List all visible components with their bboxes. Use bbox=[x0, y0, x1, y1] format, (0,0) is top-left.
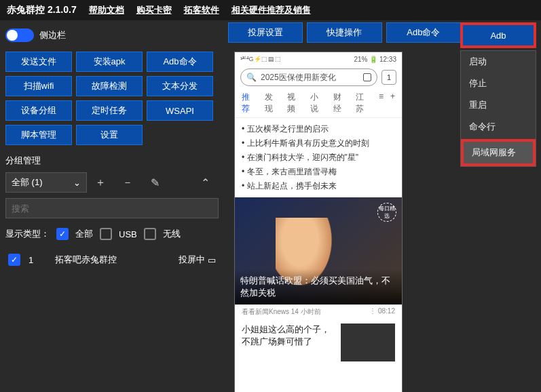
edit-group-button[interactable]: ✎ bbox=[141, 172, 168, 193]
dd-lan-service[interactable]: 局域网服务 bbox=[464, 142, 533, 163]
nav-discover[interactable]: 发现 bbox=[265, 92, 281, 115]
send-file-button[interactable]: 发送文件 bbox=[5, 52, 72, 72]
nav-jiangsu[interactable]: 江苏 bbox=[356, 92, 372, 115]
add-group-button[interactable]: ＋ bbox=[87, 172, 114, 193]
status-signal: ¹⁴⁶ ⁴G ⚡ ⬚ ▤ ⬚ bbox=[240, 56, 280, 62]
group-section-label: 分组管理 bbox=[5, 155, 219, 167]
settings-button[interactable]: 设置 bbox=[76, 125, 143, 145]
search-icon: 🔍 bbox=[246, 73, 257, 82]
nav-add-icon[interactable]: + bbox=[390, 92, 395, 115]
daily-stamp: 每日精选 bbox=[377, 203, 396, 222]
filter-usb-checkbox[interactable] bbox=[100, 228, 112, 240]
headline-item[interactable]: • 冬至，来古画里踏雪寻梅 bbox=[242, 165, 395, 179]
filter-wireless-label: 无线 bbox=[163, 228, 181, 240]
install-apk-button[interactable]: 安装apk bbox=[76, 52, 143, 72]
device-status: 投屏中 bbox=[179, 254, 205, 266]
dd-lan-highlight: 局域网服务 bbox=[461, 139, 536, 166]
second-news-thumb bbox=[341, 324, 395, 361]
tab-adb-cmd[interactable]: Adb命令 bbox=[386, 22, 461, 43]
tab-adb[interactable]: Adb bbox=[490, 31, 506, 41]
text-dispatch-button[interactable]: 文本分发 bbox=[147, 76, 213, 96]
schedule-button[interactable]: 定时任务 bbox=[76, 100, 143, 121]
device-name: 拓客吧赤兔群控 bbox=[55, 254, 117, 266]
status-time: 12:33 bbox=[379, 56, 396, 63]
phone-search[interactable]: 🔍 2025医保使用新变化 bbox=[240, 68, 377, 86]
tab-cast-settings[interactable]: 投屏设置 bbox=[228, 22, 303, 43]
hardware-link[interactable]: 相关硬件推荐及销售 bbox=[231, 4, 311, 16]
scan-wifi-button[interactable]: 扫描wifi bbox=[5, 76, 72, 96]
fault-detect-button[interactable]: 故障检测 bbox=[76, 76, 143, 96]
adb-dropdown: 启动 停止 重启 命令行 局域网服务 bbox=[460, 50, 536, 167]
wsapi-button[interactable]: WSAPI bbox=[147, 100, 213, 121]
nav-more-icon[interactable]: ≡ bbox=[379, 92, 384, 115]
status-battery: 21% bbox=[354, 56, 367, 63]
adb-tab-highlight: Adb bbox=[460, 22, 536, 48]
script-mgmt-button[interactable]: 脚本管理 bbox=[5, 125, 72, 145]
group-select[interactable]: 全部 (1) ⌄ bbox=[5, 172, 87, 193]
display-type-label: 显示类型： bbox=[5, 228, 50, 240]
search-input[interactable] bbox=[5, 198, 219, 218]
dd-restart[interactable]: 重启 bbox=[461, 94, 536, 116]
filter-wireless-checkbox[interactable] bbox=[144, 228, 156, 240]
news-meta-right: ⋮ 08:12 bbox=[369, 307, 395, 317]
chevron-down-icon: ⌄ bbox=[73, 178, 81, 188]
news-meta: 看看新闻Knews 14 小时前 bbox=[242, 307, 321, 317]
sidebar-toggle[interactable] bbox=[5, 28, 34, 42]
headline-item[interactable]: • 五次横琴之行里的启示 bbox=[242, 122, 395, 136]
headlines-list: • 五次横琴之行里的启示 • 上比利牛斯省具有历史意义的时刻 • 在澳门科技大学… bbox=[235, 118, 402, 197]
headline-item[interactable]: • 站上新起点，携手创未来 bbox=[242, 179, 395, 193]
filter-all-checkbox[interactable] bbox=[56, 228, 69, 240]
second-news-title: 小姐姐这么高的个子，不跳广场舞可惜了 bbox=[242, 324, 335, 361]
headline-item[interactable]: • 上比利牛斯省具有历史意义的时刻 bbox=[242, 136, 395, 151]
camera-icon[interactable] bbox=[363, 73, 371, 81]
remove-group-button[interactable]: － bbox=[114, 172, 141, 193]
app-title: 赤兔群控 2.1.0.7 bbox=[7, 4, 77, 16]
filter-usb-label: USB bbox=[119, 229, 137, 239]
dd-cmdline[interactable]: 命令行 bbox=[461, 116, 536, 138]
nav-recommend[interactable]: 推荐 bbox=[242, 92, 258, 115]
second-news[interactable]: 小姐姐这么高的个子，不跳广场舞可惜了 bbox=[235, 319, 402, 366]
dd-stop[interactable]: 停止 bbox=[461, 73, 536, 94]
phone-screen[interactable]: ¹⁴⁶ ⁴G ⚡ ⬚ ▤ ⬚ 21% 🔋 12:33 🔍 2025医保使用新变化… bbox=[234, 52, 403, 392]
news-caption: 特朗普喊话欧盟：必须买美国油气，不然加关税 bbox=[235, 269, 402, 305]
tool-link[interactable]: 拓客软件 bbox=[184, 4, 219, 16]
news-image[interactable]: 每日精选 特朗普喊话欧盟：必须买美国油气，不然加关税 bbox=[235, 197, 402, 305]
buy-link[interactable]: 购买卡密 bbox=[136, 4, 172, 16]
dd-start[interactable]: 启动 bbox=[461, 51, 536, 73]
nav-video[interactable]: 视频 bbox=[287, 92, 303, 115]
filter-all-label: 全部 bbox=[75, 228, 93, 240]
phone-badge[interactable]: 1 bbox=[381, 70, 396, 85]
headline-item[interactable]: • 在澳门科技大学，迎闪亮的"星" bbox=[242, 151, 395, 165]
device-row[interactable]: 1 拓客吧赤兔群控 投屏中 ▭ bbox=[5, 250, 219, 270]
sidebar-toggle-label: 侧边栏 bbox=[39, 29, 66, 41]
nav-finance[interactable]: 财经 bbox=[333, 92, 350, 115]
cast-icon: ▭ bbox=[208, 255, 216, 265]
help-doc-link[interactable]: 帮助文档 bbox=[89, 4, 124, 16]
nav-novel[interactable]: 小说 bbox=[310, 92, 327, 115]
tab-quick-ops[interactable]: 快捷操作 bbox=[307, 22, 381, 43]
device-checkbox[interactable] bbox=[8, 254, 20, 266]
device-index: 1 bbox=[29, 255, 33, 265]
collapse-button[interactable]: ⌃ bbox=[191, 172, 219, 193]
phone-search-text: 2025医保使用新变化 bbox=[261, 72, 336, 83]
group-select-label: 全部 (1) bbox=[12, 176, 43, 189]
device-group-button[interactable]: 设备分组 bbox=[5, 100, 72, 121]
adb-cmd-button[interactable]: Adb命令 bbox=[147, 52, 213, 72]
